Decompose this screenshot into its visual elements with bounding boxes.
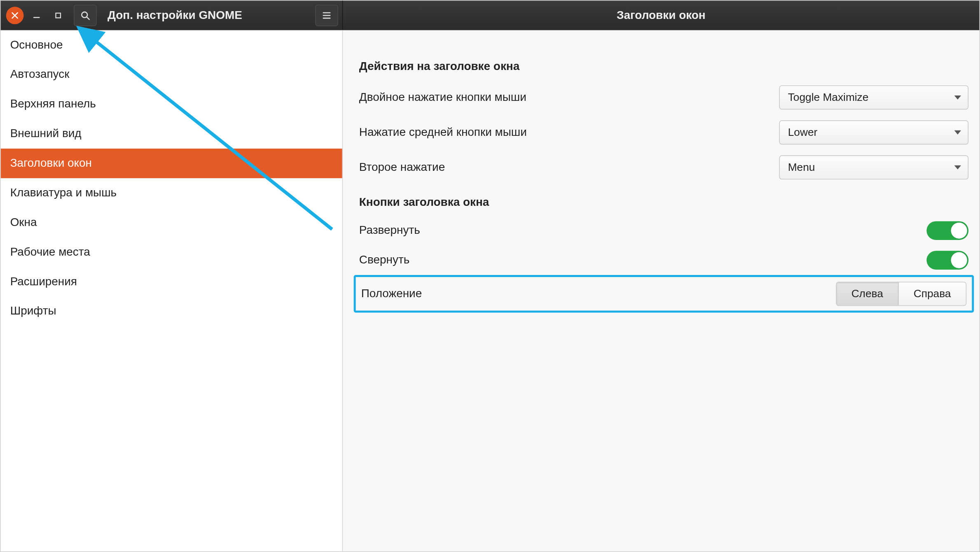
header-right: Заголовки окон bbox=[343, 1, 979, 30]
sidebar-item-workspaces[interactable]: Рабочие места bbox=[1, 238, 342, 267]
search-button[interactable] bbox=[74, 5, 97, 26]
label-maximize: Развернуть bbox=[359, 224, 420, 238]
switch-knob bbox=[951, 252, 967, 268]
label-minimize: Свернуть bbox=[359, 254, 409, 267]
row-placement: Положение Слева Справа bbox=[360, 279, 968, 309]
switch-maximize[interactable] bbox=[926, 221, 968, 240]
content-area: Действия на заголовке окна Двойное нажат… bbox=[343, 30, 979, 552]
sidebar-item-window-titlebars[interactable]: Заголовки окон bbox=[1, 149, 342, 178]
annotation-highlight-box: Положение Слева Справа bbox=[354, 275, 974, 312]
label-secondary-click: Второе нажатие bbox=[359, 161, 445, 174]
group-title-actions: Действия на заголовке окна bbox=[359, 60, 968, 73]
sidebar-item-general[interactable]: Основное bbox=[1, 30, 342, 60]
header-left: Доп. настройки GNOME bbox=[1, 1, 343, 30]
minimize-icon bbox=[33, 11, 41, 19]
hamburger-icon bbox=[321, 10, 332, 21]
header-bar: Доп. настройки GNOME Заголовки окон bbox=[1, 1, 980, 30]
chevron-down-icon bbox=[954, 165, 961, 170]
row-double-click: Двойное нажатие кнопки мыши Toggle Maxim… bbox=[359, 80, 968, 115]
sidebar: Основное Автозапуск Верхняя панель Внешн… bbox=[1, 30, 343, 552]
segmented-placement: Слева Справа bbox=[836, 282, 966, 306]
label-placement: Положение bbox=[361, 287, 422, 300]
body-split: Основное Автозапуск Верхняя панель Внешн… bbox=[1, 30, 980, 552]
chevron-down-icon bbox=[954, 95, 961, 100]
dropdown-secondary-click-value: Menu bbox=[788, 161, 815, 173]
maximize-icon bbox=[54, 11, 62, 19]
row-minimize-toggle: Свернуть bbox=[359, 245, 968, 275]
label-double-click: Двойное нажатие кнопки мыши bbox=[359, 91, 526, 105]
seg-btn-left[interactable]: Слева bbox=[837, 282, 898, 305]
sidebar-item-keyboard-mouse[interactable]: Клавиатура и мышь bbox=[1, 178, 342, 208]
sidebar-item-startup[interactable]: Автозапуск bbox=[1, 60, 342, 89]
close-icon bbox=[12, 12, 18, 19]
group-title-buttons: Кнопки заголовка окна bbox=[359, 196, 968, 209]
row-middle-click: Нажатие средней кнопки мыши Lower bbox=[359, 115, 968, 150]
row-maximize-toggle: Развернуть bbox=[359, 216, 968, 245]
close-button[interactable] bbox=[6, 7, 24, 24]
dropdown-double-click-value: Toggle Maximize bbox=[788, 91, 869, 103]
row-secondary-click: Второе нажатие Menu bbox=[359, 150, 968, 185]
gnome-tweaks-window: Доп. настройки GNOME Заголовки окон Осно… bbox=[0, 0, 980, 552]
dropdown-secondary-click[interactable]: Menu bbox=[779, 155, 968, 179]
label-middle-click: Нажатие средней кнопки мыши bbox=[359, 126, 527, 139]
sidebar-item-appearance[interactable]: Внешний вид bbox=[1, 119, 342, 149]
svg-rect-0 bbox=[56, 13, 60, 17]
sidebar-item-fonts[interactable]: Шрифты bbox=[1, 296, 342, 326]
page-title: Заголовки окон bbox=[617, 8, 706, 22]
search-icon bbox=[80, 10, 91, 21]
seg-btn-right[interactable]: Справа bbox=[898, 282, 966, 305]
sidebar-item-extensions[interactable]: Расширения bbox=[1, 267, 342, 296]
switch-minimize[interactable] bbox=[926, 251, 968, 270]
dropdown-double-click[interactable]: Toggle Maximize bbox=[779, 85, 968, 109]
chevron-down-icon bbox=[954, 130, 961, 135]
dropdown-middle-click-value: Lower bbox=[788, 126, 818, 138]
minimize-button[interactable] bbox=[28, 7, 45, 24]
dropdown-middle-click[interactable]: Lower bbox=[779, 120, 968, 144]
sidebar-item-windows[interactable]: Окна bbox=[1, 208, 342, 238]
app-title: Доп. настройки GNOME bbox=[101, 8, 309, 22]
sidebar-item-top-bar[interactable]: Верхняя панель bbox=[1, 89, 342, 119]
switch-knob bbox=[951, 223, 967, 239]
maximize-button[interactable] bbox=[49, 7, 67, 24]
hamburger-menu-button[interactable] bbox=[315, 5, 338, 26]
